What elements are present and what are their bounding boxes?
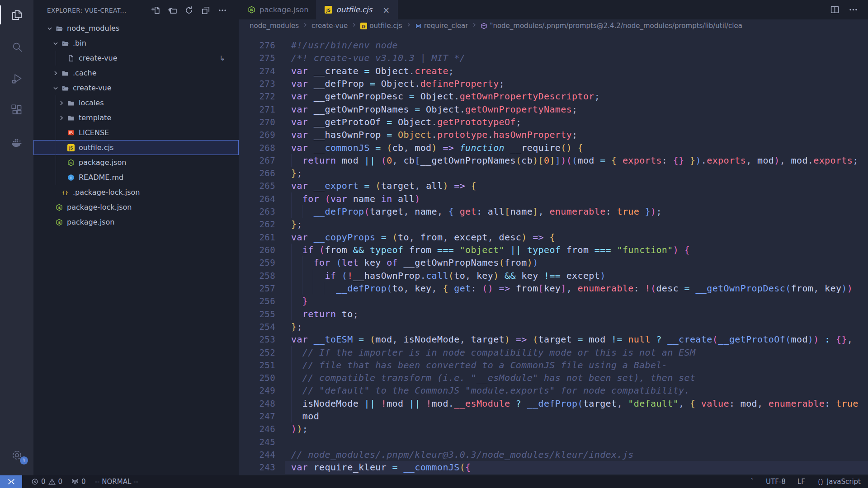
- tree-item-create-vue[interactable]: create-vue: [33, 80, 239, 95]
- new-folder-button[interactable]: [168, 6, 177, 15]
- code-line-271[interactable]: 271var __getOwnPropNames = Object.getOwn…: [239, 103, 868, 116]
- code-line-253[interactable]: 253var __toESM = (mod, isNodeMode, targe…: [239, 333, 868, 346]
- code-line-260[interactable]: 260 if (from && typeof from === "object"…: [239, 244, 868, 256]
- code-line-252[interactable]: 252 // If the importer is in node compat…: [239, 346, 868, 359]
- status-language[interactable]: {}JavaScript: [817, 478, 861, 486]
- code-line-265[interactable]: 265var __export = (target, all) => {: [239, 179, 868, 192]
- status-eol[interactable]: LF: [797, 478, 805, 486]
- svg-text:JS: JS: [69, 161, 72, 164]
- breadcrumb-item[interactable]: node_modules: [250, 22, 299, 30]
- code-token: __defProp: [527, 398, 578, 409]
- tree-item-create-vue[interactable]: create-vue↳: [33, 51, 239, 66]
- collapse-folders-button[interactable]: [201, 6, 210, 15]
- status-text: -- NORMAL --: [95, 478, 138, 486]
- code-editor[interactable]: 276#!/usr/bin/env node275/*! create-vue …: [239, 32, 868, 475]
- code-token: ]: [561, 283, 566, 294]
- activity-item-explorer[interactable]: [0, 4, 33, 26]
- code-line-244[interactable]: 244// node_modules/.pnpm/kleur@3.0.3/nod…: [239, 448, 868, 461]
- code-token: all: [398, 193, 415, 204]
- code-line-276[interactable]: 276#!/usr/bin/env node: [239, 39, 868, 52]
- code-line-245[interactable]: 245: [239, 436, 868, 448]
- code-line-258[interactable]: 258 if (!__hasOwnProp.call(to, key) && k…: [239, 269, 868, 282]
- refresh-explorer-button[interactable]: [184, 6, 193, 15]
- code-line-246[interactable]: 246));: [239, 422, 868, 435]
- status-vim-mode[interactable]: -- NORMAL --: [95, 478, 138, 486]
- code-token: (: [460, 462, 465, 473]
- code-line-249[interactable]: 249 // "default" to the CommonJS "module…: [239, 384, 868, 397]
- code-line-257[interactable]: 257 __defProp(to, key, { get: () => from…: [239, 282, 868, 295]
- tab-outfile.cjs[interactable]: JSoutfile.cjs×: [316, 0, 399, 19]
- new-file-button[interactable]: [151, 6, 160, 15]
- code-line-247[interactable]: 247 mod: [239, 410, 868, 422]
- tab-package.json[interactable]: JSpackage.json: [239, 0, 316, 19]
- status-prompt-char[interactable]: `: [751, 478, 755, 486]
- tree-item-.package-lock.json[interactable]: {}.package-lock.json: [33, 185, 239, 200]
- code-token: (: [381, 155, 387, 166]
- tree-item-locales[interactable]: locales: [33, 95, 239, 110]
- more-actions-button[interactable]: [218, 6, 227, 15]
- tree-item-node_modules[interactable]: node_modules: [33, 21, 239, 36]
- breadcrumb-item[interactable]: require_clear: [415, 22, 468, 30]
- code-line-264[interactable]: 264 for (var name in all): [239, 192, 868, 205]
- status-encoding[interactable]: UTF-8: [766, 478, 786, 486]
- status-problems[interactable]: 00: [31, 478, 62, 486]
- activity-item-docker[interactable]: [0, 130, 33, 153]
- tree-item-.cache[interactable]: .cache: [33, 66, 239, 80]
- code-line-267[interactable]: 267 return mod || (0, cb[__getOwnPropNam…: [239, 154, 868, 167]
- npm-icon: JS: [67, 159, 75, 166]
- close-tab-icon[interactable]: ×: [381, 5, 392, 15]
- code-token: ): [808, 334, 813, 345]
- code-line-273[interactable]: 273var __defProp = Object.defineProperty…: [239, 77, 868, 90]
- activity-item-settings[interactable]: 1: [0, 444, 33, 466]
- code-line-261[interactable]: 261var __copyProps = (to, from, except, …: [239, 231, 868, 244]
- code-line-275[interactable]: 275/*! create-vue v3.10.3 | MIT */: [239, 52, 868, 64]
- code-line-262[interactable]: 262};: [239, 218, 868, 230]
- code-line-270[interactable]: 270var __getProtoOf = Object.getPrototyp…: [239, 116, 868, 128]
- code-token: __defProp: [336, 283, 387, 294]
- code-line-259[interactable]: 259 for (let key of __getOwnPropNames(fr…: [239, 256, 868, 269]
- code-line-255[interactable]: 255 return to;: [239, 308, 868, 320]
- code-token: // "default" to the CommonJS "module.exp…: [291, 385, 690, 396]
- code-token: ): [673, 244, 679, 255]
- code-line-272[interactable]: 272var __getOwnPropDesc = Object.getOwnP…: [239, 90, 868, 103]
- code-token: }: [291, 321, 297, 332]
- tree-item-LICENSE[interactable]: LICENSE: [33, 125, 239, 140]
- breadcrumb-item[interactable]: "node_modules/.pnpm/prompts@2.4.2/node_m…: [481, 22, 742, 30]
- code-token: ): [600, 270, 605, 281]
- tree-item-README.md[interactable]: README.md: [33, 170, 239, 185]
- breadcrumb-item[interactable]: JSoutfile.cjs: [360, 22, 402, 30]
- activity-item-extensions[interactable]: [0, 99, 33, 121]
- tree-item-package.json[interactable]: JSpackage.json: [33, 215, 239, 230]
- code-line-248[interactable]: 248 isNodeMode || !mod || !mod.__esModul…: [239, 397, 868, 410]
- code-line-266[interactable]: 266};: [239, 167, 868, 179]
- code-token: all: [488, 206, 505, 217]
- code-line-269[interactable]: 269var __hasOwnProp = Object.prototype.h…: [239, 128, 868, 141]
- split-editor-button[interactable]: [830, 5, 840, 14]
- activity-item-search[interactable]: [0, 35, 33, 58]
- tree-item-outfile.cjs[interactable]: JSoutfile.cjs: [33, 140, 239, 155]
- remote-indicator[interactable]: [0, 475, 22, 488]
- code-line-268[interactable]: 268var __commonJS = (cb, mod) => functio…: [239, 141, 868, 154]
- code-line-254[interactable]: 254};: [239, 320, 868, 333]
- code-token: key: [364, 257, 387, 268]
- folder-open-icon: [61, 84, 69, 92]
- tree-item-template[interactable]: template: [33, 110, 239, 125]
- code-line-243[interactable]: 243var require_kleur = __commonJS({: [239, 461, 868, 474]
- tree-item-package.json[interactable]: JSpackage.json: [33, 155, 239, 170]
- code-token: from: [505, 257, 527, 268]
- code-token: (: [325, 193, 330, 204]
- code-line-263[interactable]: 263 __defProp(target, name, { get: all[n…: [239, 205, 868, 218]
- tree-item-package-lock.json[interactable]: JSpackage-lock.json: [33, 200, 239, 215]
- code-token: =: [370, 78, 381, 89]
- code-line-274[interactable]: 274var __create = Object.create;: [239, 65, 868, 77]
- more-editor-actions-button[interactable]: [849, 5, 858, 14]
- breadcrumb-item[interactable]: create-vue: [311, 22, 348, 30]
- code-line-251[interactable]: 251 // file that has been converted to a…: [239, 359, 868, 371]
- tree-item-.bin[interactable]: .bin: [33, 36, 239, 51]
- code-token: exports: [813, 155, 853, 166]
- status-ports[interactable]: 0: [71, 478, 86, 486]
- explorer-header: EXPLORER: VUE-CREAT...: [33, 0, 239, 21]
- activity-item-run-and-debug[interactable]: [0, 67, 33, 89]
- code-line-250[interactable]: 250 // compatible transform (i.e. "__esM…: [239, 371, 868, 384]
- code-line-256[interactable]: 256 }: [239, 295, 868, 307]
